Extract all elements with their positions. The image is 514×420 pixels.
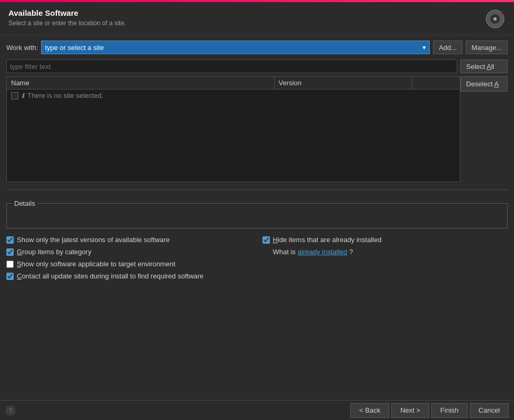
already-installed-row: What is already installed ? xyxy=(263,248,508,256)
row-checkbox[interactable] xyxy=(11,92,18,99)
add-button[interactable]: Add... xyxy=(433,41,462,54)
name-column-header: Name xyxy=(7,77,275,89)
table-section: Name Version ℹ There is no site selected… xyxy=(6,76,508,182)
svg-point-2 xyxy=(493,17,497,21)
next-button[interactable]: Next > xyxy=(391,403,429,418)
checkbox-row-2: Hide items that are already installed xyxy=(263,236,508,244)
svg-text:✦: ✦ xyxy=(499,11,504,17)
deselect-all-button[interactable]: Deselect A xyxy=(460,76,508,92)
details-legend: Details xyxy=(12,199,37,207)
checkbox-latest-versions-label: Show only the latest versions of availab… xyxy=(17,236,170,244)
site-select-wrapper: type or select a site ▼ xyxy=(41,41,430,54)
checkbox-group-by-category[interactable] xyxy=(6,248,14,256)
checkboxes-section: Show only the latest versions of availab… xyxy=(6,234,508,282)
checkbox-row-4: Show only software applicable to target … xyxy=(6,260,252,268)
work-with-row: Work with: type or select a site ▼ Add..… xyxy=(6,41,508,54)
checkbox-contact-update-sites-label: Contact all update sites during install … xyxy=(17,272,204,280)
filter-input[interactable] xyxy=(6,59,457,73)
bottom-buttons: < Back Next > Finish Cancel xyxy=(350,403,509,418)
bottom-left: ? xyxy=(5,405,16,416)
already-installed-suffix: ? xyxy=(349,248,353,256)
finish-button[interactable]: Finish xyxy=(431,403,468,418)
checkbox-contact-update-sites[interactable] xyxy=(6,273,14,280)
checkbox-target-env[interactable] xyxy=(6,261,14,268)
checkbox-latest-versions[interactable] xyxy=(6,236,14,244)
back-button[interactable]: < Back xyxy=(350,403,389,418)
details-fieldset: Details xyxy=(6,199,508,228)
already-installed-prefix: What is xyxy=(273,248,296,256)
header-subtitle: Select a site or enter the location of a… xyxy=(8,19,126,27)
header-title: Available Software xyxy=(8,8,126,17)
select-all-button[interactable]: Select All xyxy=(460,59,508,73)
side-buttons: Deselect A xyxy=(460,76,508,182)
checkbox-target-env-label: Show only software applicable to target … xyxy=(17,260,175,268)
checkbox-row-3: Group items by category xyxy=(6,248,252,256)
header-text: Available Software Select a site or ente… xyxy=(8,8,126,27)
checkbox-group-by-category-label: Group items by category xyxy=(17,248,92,256)
checkbox-hide-installed[interactable] xyxy=(263,236,270,244)
checkbox-row-1: Show only the latest versions of availab… xyxy=(6,236,252,244)
header: Available Software Select a site or ente… xyxy=(0,2,514,35)
table-row: ℹ There is no site selected. xyxy=(7,89,460,102)
checkbox-row-5: Contact all update sites during install … xyxy=(6,272,508,280)
work-with-label: Work with: xyxy=(6,44,38,52)
cancel-button[interactable]: Cancel xyxy=(470,403,509,418)
software-table: Name Version ℹ There is no site selected… xyxy=(6,76,460,182)
deselect-all-label: Deselect A xyxy=(466,80,499,88)
info-circle-icon: ? xyxy=(5,405,16,416)
separator xyxy=(6,189,508,190)
select-all-label: Select All xyxy=(466,63,494,71)
software-install-icon: ✦ xyxy=(485,8,506,29)
no-site-message: There is no site selected. xyxy=(27,92,104,99)
checkbox-hide-installed-label: Hide items that are already installed xyxy=(273,236,382,244)
already-installed-link[interactable]: already installed xyxy=(298,248,347,256)
site-select[interactable]: type or select a site xyxy=(41,41,430,54)
info-icon: ℹ xyxy=(22,92,24,99)
version-column-header: Version xyxy=(275,77,413,89)
extra-column-header xyxy=(412,77,460,89)
table-header: Name Version xyxy=(7,77,460,89)
main-content: Work with: type or select a site ▼ Add..… xyxy=(0,35,514,287)
table-body: ℹ There is no site selected. xyxy=(7,89,460,182)
manage-button[interactable]: Manage... xyxy=(466,41,508,54)
empty-cell xyxy=(263,260,508,268)
bottom-bar: ? < Back Next > Finish Cancel xyxy=(0,400,514,420)
